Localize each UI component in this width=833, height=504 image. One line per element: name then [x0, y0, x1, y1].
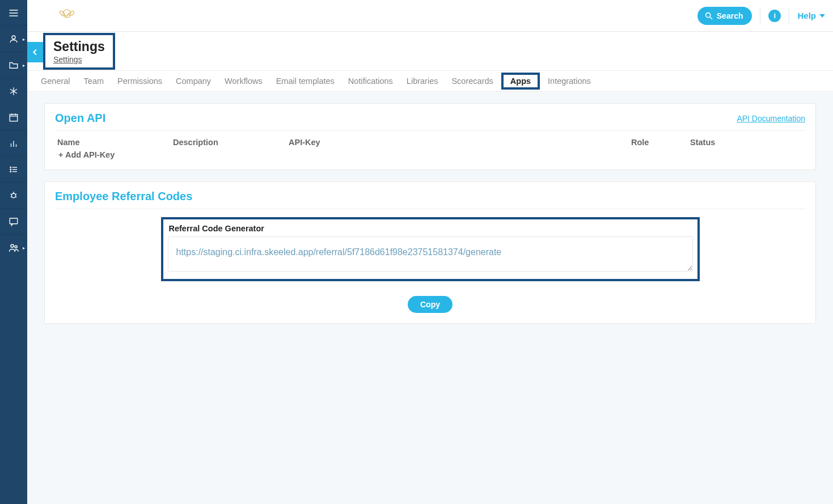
- tab-email-templates[interactable]: Email templates: [269, 71, 341, 91]
- svg-rect-32: [10, 218, 18, 224]
- open-api-card: Open API API Documentation Name Descript…: [44, 103, 816, 170]
- svg-point-3: [12, 36, 15, 39]
- info-icon-label: i: [774, 12, 776, 20]
- sidebar-item-asterisk[interactable]: [0, 78, 27, 104]
- referral-codes-card: Employee Referral Codes Referral Code Ge…: [44, 181, 816, 324]
- svg-rect-7: [10, 114, 18, 121]
- search-button[interactable]: Search: [697, 7, 752, 25]
- referral-generator-box: Referral Code Generator: [161, 217, 700, 281]
- page-title: Settings: [53, 40, 105, 54]
- tab-team[interactable]: Team: [77, 71, 111, 91]
- svg-point-22: [10, 169, 11, 170]
- tab-integrations[interactable]: Integrations: [541, 71, 598, 91]
- tab-scorecards[interactable]: Scorecards: [445, 71, 500, 91]
- svg-point-24: [10, 171, 11, 172]
- sidebar-item-bug[interactable]: [0, 183, 27, 209]
- asterisk-icon: [9, 86, 19, 96]
- col-name: Name: [57, 138, 171, 147]
- top-bar: Search i Help: [27, 0, 833, 32]
- help-label: Help: [797, 11, 816, 20]
- sidebar-item-folder[interactable]: ▸: [0, 52, 27, 78]
- person-icon: [9, 34, 19, 44]
- content-area: Open API API Documentation Name Descript…: [27, 92, 833, 504]
- sidebar-item-team[interactable]: ▸: [0, 235, 27, 261]
- info-button[interactable]: i: [768, 10, 781, 22]
- svg-point-34: [15, 245, 17, 248]
- chevron-right-icon: ▸: [23, 245, 25, 251]
- add-api-key-button[interactable]: + Add API-Key: [55, 150, 805, 159]
- chevron-down-icon: [819, 14, 825, 18]
- col-status: Status: [690, 138, 803, 147]
- bug-icon: [9, 190, 19, 201]
- col-description: Description: [173, 138, 286, 147]
- divider: [55, 209, 805, 209]
- bar-chart-icon: [9, 138, 19, 149]
- api-documentation-link[interactable]: API Documentation: [737, 114, 805, 123]
- collapse-panel-button[interactable]: [27, 42, 43, 62]
- chevron-left-icon: [31, 48, 40, 57]
- referral-url-field[interactable]: [168, 236, 693, 272]
- menu-icon[interactable]: [0, 0, 27, 26]
- list-icon: [9, 164, 19, 175]
- divider: [760, 9, 760, 23]
- tab-workflows[interactable]: Workflows: [218, 71, 269, 91]
- search-icon: [704, 11, 713, 20]
- folder-icon: [9, 60, 19, 70]
- team-icon: [8, 242, 19, 253]
- svg-point-26: [11, 193, 16, 198]
- tab-general[interactable]: General: [34, 71, 77, 91]
- settings-tabs: General Team Permissions Company Workflo…: [27, 70, 833, 92]
- chevron-right-icon: ▸: [23, 36, 25, 41]
- page-heading: Settings Settings: [43, 33, 115, 70]
- divider: [789, 9, 789, 23]
- col-role: Role: [631, 138, 688, 147]
- sidebar-item-calendar[interactable]: [0, 104, 27, 130]
- sidebar-item-chat[interactable]: [0, 209, 27, 235]
- referral-generator-title: Referral Code Generator: [169, 224, 693, 233]
- api-key-table-header: Name Description API-Key Role Status: [55, 138, 805, 147]
- breadcrumb-settings[interactable]: Settings: [53, 55, 82, 64]
- svg-line-37: [710, 17, 712, 19]
- chat-icon: [9, 217, 19, 227]
- copy-button[interactable]: Copy: [408, 296, 453, 313]
- open-api-title: Open API: [55, 112, 105, 125]
- svg-point-33: [11, 244, 14, 247]
- chevron-right-icon: ▸: [23, 62, 25, 67]
- col-key: API-Key: [289, 138, 629, 147]
- tab-permissions[interactable]: Permissions: [111, 71, 169, 91]
- calendar-icon: [9, 112, 19, 122]
- help-menu[interactable]: Help: [797, 11, 825, 20]
- svg-point-36: [705, 12, 710, 17]
- referral-codes-title: Employee Referral Codes: [55, 190, 805, 203]
- divider: [55, 130, 805, 131]
- sidebar-item-profile[interactable]: ▸: [0, 26, 27, 52]
- tab-notifications[interactable]: Notifications: [341, 71, 400, 91]
- tab-libraries[interactable]: Libraries: [400, 71, 445, 91]
- tab-apps[interactable]: Apps: [501, 73, 540, 90]
- svg-point-20: [10, 167, 11, 168]
- search-label: Search: [717, 11, 743, 20]
- sidebar-item-list[interactable]: [0, 156, 27, 183]
- tab-company[interactable]: Company: [169, 71, 218, 91]
- left-sidebar: ▸ ▸ ▸: [0, 0, 27, 504]
- company-logo[interactable]: [51, 3, 83, 28]
- sidebar-item-charts[interactable]: [0, 130, 27, 156]
